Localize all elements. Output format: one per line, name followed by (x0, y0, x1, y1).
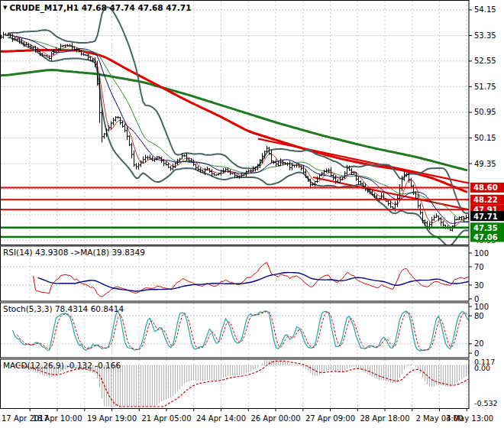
price-axis-label: 49.35 (474, 160, 496, 168)
rsi-axis-label: 70 (474, 263, 484, 271)
price-axis-label: 53.35 (474, 31, 496, 40)
price-axis-label: 50.15 (474, 134, 496, 142)
date-axis-label: 27 Apr 09:00 (305, 414, 355, 423)
symbol-dropdown-icon[interactable]: ▼ (3, 5, 7, 11)
stoch-axis-label: 0 (474, 349, 479, 358)
pane-borders (1, 1, 470, 409)
date-axis-label: 24 Apr 14:00 (196, 414, 246, 423)
date-axis-label: 19 Apr 19:00 (87, 414, 137, 423)
price-axis-label: 54.15 (474, 5, 496, 14)
rsi-indicator-label: RSI(14) 43.9308 ->MA(18) 39.8349 (3, 248, 145, 257)
price-axis: 54.1553.3552.5551.7550.9550.1549.3548.55… (469, 5, 504, 245)
price-level-badge-label: 48.60 (473, 183, 498, 192)
date-axis-label: 21 Apr 05:00 (141, 414, 191, 423)
macd-axis-label: 0.00 (474, 364, 490, 372)
rsi-axis-label: 100 (474, 249, 489, 258)
macd-indicator-label: MACD(12,26,9) -0.132 -0.166 (3, 361, 121, 370)
price-level-badge-label: 47.35 (473, 224, 498, 232)
price-axis-label: 52.55 (474, 57, 496, 65)
stoch-axis-label: 80 (474, 312, 484, 320)
date-axis: 17 Apr 201718 Apr 10:0019 Apr 19:0021 Ap… (2, 408, 493, 423)
chart-ohlc-values: 47.68 47.74 47.68 47.71 (82, 3, 192, 12)
date-axis-label: 28 Apr 18:00 (360, 414, 409, 423)
trading-chart-window: ▼CRUDE_M17,H1 47.68 47.74 47.68 47.71 RS… (0, 0, 504, 428)
stoch-axis-label: 100 (474, 303, 489, 311)
date-axis-label: 18 Apr 10:00 (32, 414, 82, 423)
chart-title: ▼CRUDE_M17,H1 47.68 47.74 47.68 47.71 (3, 3, 191, 12)
price-axis-label: 51.75 (474, 83, 496, 91)
main-chart-pane[interactable] (1, 1, 470, 245)
macd-axis-label: -0.532 (474, 399, 498, 407)
current-price-badge-label: 47.71 (473, 212, 498, 221)
indicator-axes: 10070300100802000.1170.00-0.532 (469, 249, 498, 408)
stoch-indicator-label: Stoch(5,3,3) 78.4314 60.8414 (3, 304, 124, 313)
chart-symbol-label: CRUDE_M17,H1 (9, 3, 79, 12)
date-axis-label: 26 Apr 00:00 (250, 414, 300, 423)
date-axis-label: 3 May 13:00 (446, 414, 493, 423)
stoch-axis-label: 20 (474, 339, 484, 348)
rsi-axis-label: 30 (474, 281, 484, 290)
price-level-badge-label: 47.06 (473, 233, 498, 242)
price-level-badge-label: 48.22 (473, 196, 498, 204)
price-axis-label: 50.95 (474, 108, 496, 116)
